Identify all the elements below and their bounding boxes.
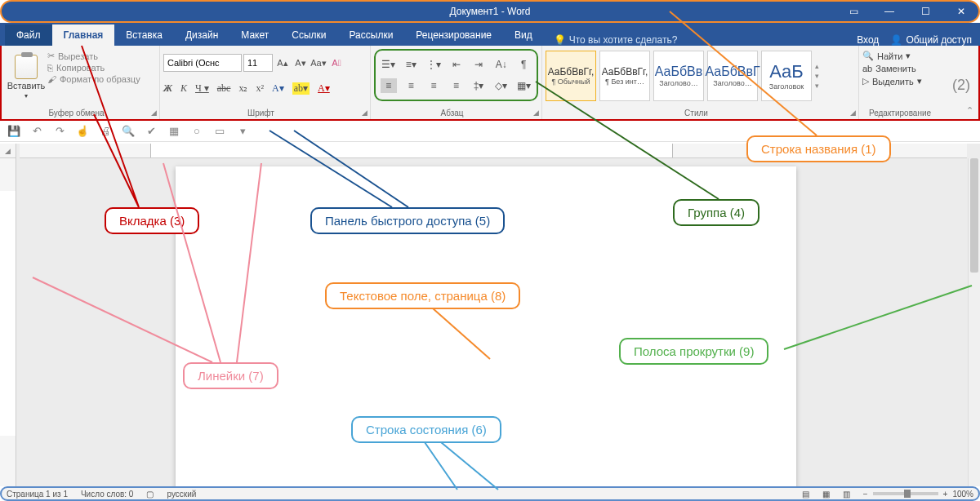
scissors-icon: ✂ [47, 51, 55, 61]
collapse-ribbon-icon[interactable]: ⌃ [966, 105, 973, 116]
align-left-icon[interactable]: ≡ [381, 78, 397, 93]
justify-icon[interactable]: ≡ [448, 78, 465, 93]
zoom-out-icon[interactable]: − [863, 490, 868, 499]
align-right-icon[interactable]: ≡ [425, 78, 442, 93]
tab-mailings[interactable]: Рассылки [338, 24, 405, 46]
font-size-input[interactable] [243, 54, 273, 72]
ribbon-display-icon[interactable]: ▭ [843, 6, 864, 17]
redo-icon[interactable]: ↷ [52, 124, 67, 139]
scrollbar-thumb[interactable] [970, 158, 978, 273]
zoom-value[interactable]: 100% [952, 490, 973, 499]
web-layout-icon[interactable]: ▥ [843, 490, 850, 499]
zoom-control[interactable]: − + 100% [863, 490, 973, 499]
tab-file[interactable]: Файл [5, 24, 52, 46]
superscript-button[interactable]: x² [256, 82, 264, 95]
draw-table-icon[interactable]: ▦ [167, 124, 181, 139]
ruler-corner[interactable]: ◢ [0, 144, 16, 158]
align-center-icon[interactable]: ≡ [403, 78, 420, 93]
dialog-launcher-icon[interactable]: ◢ [151, 109, 157, 117]
styles-down-icon[interactable]: ▾ [815, 72, 828, 80]
proofing-icon[interactable]: ▢ [146, 490, 154, 499]
tab-view[interactable]: Вид [503, 24, 544, 46]
bold-button[interactable]: Ж [163, 82, 172, 95]
styles-up-icon[interactable]: ▴ [815, 62, 828, 70]
read-mode-icon[interactable]: ▤ [802, 490, 809, 499]
zoom-slider[interactable] [873, 492, 938, 495]
grow-font-icon[interactable]: A▴ [274, 55, 291, 71]
shape-icon[interactable]: ○ [189, 124, 204, 139]
copy-button[interactable]: ⎘Копировать [47, 63, 140, 73]
tab-references[interactable]: Ссылки [280, 24, 337, 46]
find-button[interactable]: 🔍Найти ▾ [862, 51, 946, 61]
shrink-font-icon[interactable]: A▾ [292, 55, 309, 71]
spelling-icon[interactable]: ✔ [144, 124, 158, 139]
style-nospacing[interactable]: АаБбВвГг,¶ Без инт… [599, 51, 650, 101]
subscript-button[interactable]: x₂ [238, 82, 247, 95]
decrease-indent-icon[interactable]: ⇤ [448, 57, 465, 72]
group-styles: АаБбВвГг,¶ Обычный АаБбВвГг,¶ Без инт… А… [542, 46, 859, 119]
line-spacing-icon[interactable]: ‡▾ [470, 78, 487, 93]
font-name-input[interactable] [163, 54, 242, 72]
language-indicator[interactable]: русский [167, 490, 196, 499]
text-effects-icon[interactable]: A▾ [272, 82, 284, 95]
paste-button[interactable]: Вставить ▾ [5, 47, 47, 106]
tab-review[interactable]: Рецензирование [404, 24, 503, 46]
tab-insert[interactable]: Вставка [114, 24, 174, 46]
tab-design[interactable]: Дизайн [174, 24, 229, 46]
format-painter-button[interactable]: 🖌Формат по образцу [47, 74, 140, 84]
close-icon[interactable]: ✕ [951, 6, 972, 17]
maximize-icon[interactable]: ☐ [915, 6, 936, 17]
increase-indent-icon[interactable]: ⇥ [470, 57, 487, 72]
document-title: Документ1 - Word [449, 6, 530, 17]
callout-page: Текстовое поле, страница (8) [325, 282, 520, 309]
numbering-icon[interactable]: ≡▾ [403, 57, 420, 72]
replace-icon: ab [862, 64, 872, 73]
share-button[interactable]: 👤 Общий доступ [890, 34, 972, 46]
dialog-launcher-icon[interactable]: ◢ [850, 109, 856, 117]
borders-icon[interactable]: ▦▾ [515, 78, 532, 93]
dialog-launcher-icon[interactable]: ◢ [362, 109, 368, 117]
strike-button[interactable]: abc [217, 82, 231, 95]
shading-icon[interactable]: ◇▾ [493, 78, 510, 93]
font-color-icon[interactable]: A▾ [318, 82, 330, 95]
show-marks-icon[interactable]: ¶ [515, 57, 532, 72]
highlight-icon[interactable]: ab▾ [292, 82, 310, 95]
bullets-icon[interactable]: ☰▾ [381, 57, 397, 72]
undo-icon[interactable]: ↶ [29, 124, 44, 139]
brush-icon: 🖌 [47, 74, 56, 84]
quick-print-icon[interactable]: 🖨 [98, 124, 113, 139]
signin-link[interactable]: Вход [857, 34, 879, 46]
styles-more-icon[interactable]: ▾ [815, 82, 828, 90]
vertical-scrollbar[interactable] [968, 158, 980, 486]
cut-button[interactable]: ✂Вырезать [47, 51, 140, 61]
tab-layout[interactable]: Макет [229, 24, 280, 46]
vertical-ruler[interactable] [0, 158, 16, 486]
style-title[interactable]: АаБЗаголовок [761, 51, 812, 101]
group-clipboard: Вставить ▾ ✂Вырезать ⎘Копировать 🖌Формат… [2, 46, 160, 119]
insert-text-icon[interactable]: ▭ [212, 124, 227, 139]
multilevel-icon[interactable]: ⋮▾ [425, 57, 442, 72]
page-indicator[interactable]: Страница 1 из 1 [7, 490, 68, 499]
tell-me[interactable]: 💡 Что вы хотите сделать? [554, 34, 678, 46]
sort-icon[interactable]: A↓ [493, 57, 510, 72]
touch-mode-icon[interactable]: ☝ [75, 124, 90, 139]
clear-format-icon[interactable]: A⃠ [328, 55, 345, 71]
style-heading2[interactable]: АаБбВвГЗаголово… [707, 51, 758, 101]
zoom-in-icon[interactable]: + [943, 490, 948, 499]
minimize-icon[interactable]: — [879, 6, 900, 17]
tab-home[interactable]: Главная [52, 24, 115, 46]
customize-qat-icon[interactable]: ▾ [235, 124, 250, 139]
callout-group: Группа (4) [673, 199, 760, 226]
select-button[interactable]: ▷Выделить ▾ [862, 76, 946, 86]
italic-button[interactable]: К [180, 82, 187, 95]
print-preview-icon[interactable]: 🔍 [121, 124, 136, 139]
replace-button[interactable]: abЗаменить [862, 64, 946, 73]
change-case-icon[interactable]: Aa▾ [310, 55, 327, 71]
word-count[interactable]: Число слов: 0 [81, 490, 133, 499]
style-normal[interactable]: АаБбВвГг,¶ Обычный [546, 51, 596, 101]
underline-button[interactable]: Ч ▾ [195, 82, 209, 95]
style-heading1[interactable]: АаБбВвЗаголово… [653, 51, 704, 101]
dialog-launcher-icon[interactable]: ◢ [533, 109, 539, 117]
save-icon[interactable]: 💾 [7, 124, 21, 139]
print-layout-icon[interactable]: ▦ [822, 490, 830, 499]
